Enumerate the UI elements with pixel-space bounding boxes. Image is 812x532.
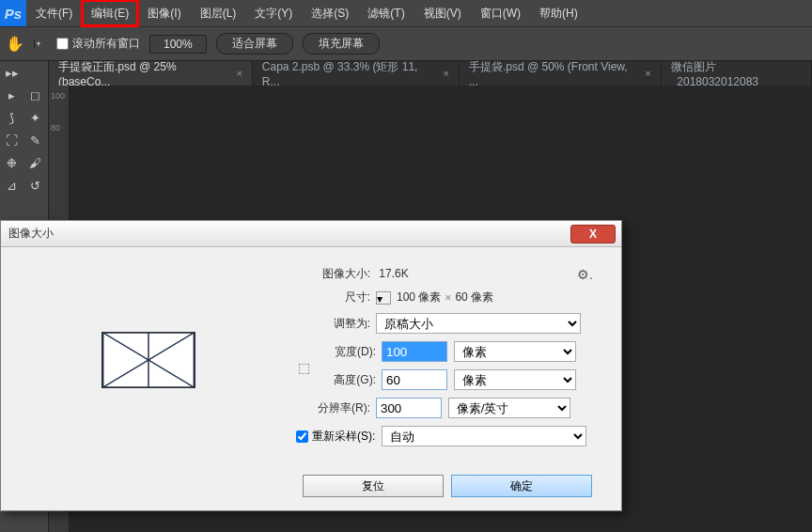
- heal-tool[interactable]: ❉: [0, 151, 23, 174]
- ok-button[interactable]: 确定: [451, 475, 592, 497]
- dim-width: 100 像素: [397, 289, 441, 305]
- adjust-select[interactable]: 原稿大小: [376, 313, 581, 334]
- tab-label: 手提袋正面.psd @ 25% (baseCo...: [58, 59, 228, 88]
- dialog-title: 图像大小: [8, 226, 54, 242]
- dim-height: 60 像素: [455, 289, 493, 305]
- fill-screen-button[interactable]: 填充屏幕: [303, 33, 380, 55]
- height-unit-select[interactable]: 像素: [454, 369, 576, 390]
- tab-label: 微信图片_2018032012083: [671, 59, 802, 88]
- reset-button[interactable]: 复位: [303, 475, 444, 497]
- dialog-form: 图像大小: 17.6K ⚙. 尺寸: ▾ 100 像素 × 60 像素 调整为:…: [296, 266, 610, 454]
- menu-file[interactable]: 文件(F): [26, 0, 82, 26]
- menu-select[interactable]: 选择(S): [302, 0, 358, 26]
- tab-2[interactable]: 手提袋.psd @ 50% (Front View, ...×: [460, 61, 662, 86]
- height-input[interactable]: [382, 369, 447, 390]
- menu-edit[interactable]: 编辑(E): [82, 0, 138, 26]
- fit-screen-button[interactable]: 适合屏幕: [216, 33, 293, 55]
- size-value: 17.6K: [379, 267, 408, 280]
- scroll-all-label: 滚动所有窗口: [72, 36, 140, 52]
- ruler-tick: 80: [51, 123, 60, 133]
- document-tabs: 手提袋正面.psd @ 25% (baseCo...× Capa 2.psb @…: [49, 61, 812, 86]
- zoom-level[interactable]: 100%: [149, 35, 207, 54]
- adjust-label: 调整为:: [296, 316, 376, 332]
- dialog-titlebar[interactable]: 图像大小 X: [1, 221, 621, 247]
- tab-0[interactable]: 手提袋正面.psd @ 25% (baseCo...×: [49, 61, 253, 86]
- brush-tool[interactable]: 🖌: [23, 151, 47, 174]
- close-icon[interactable]: ×: [645, 68, 650, 79]
- blank-tool: [23, 61, 47, 84]
- size-label: 图像大小:: [296, 266, 376, 282]
- history-brush-tool[interactable]: ↺: [23, 174, 47, 196]
- resample-select[interactable]: 自动: [382, 426, 586, 446]
- stamp-tool[interactable]: ⊿: [0, 174, 23, 196]
- menu-window[interactable]: 窗口(W): [471, 0, 530, 26]
- gear-icon[interactable]: ⚙.: [577, 267, 593, 282]
- crop-tool[interactable]: ⛶: [0, 129, 23, 151]
- menu-view[interactable]: 视图(V): [414, 0, 471, 26]
- close-icon[interactable]: ×: [236, 68, 242, 79]
- dim-label: 尺寸:: [296, 289, 376, 305]
- close-button[interactable]: X: [570, 225, 616, 243]
- menubar: Ps 文件(F) 编辑(E) 图像(I) 图层(L) 文字(Y) 选择(S) 滤…: [0, 0, 812, 27]
- res-input[interactable]: [376, 398, 442, 418]
- dialog-body: 图像大小: 17.6K ⚙. 尺寸: ▾ 100 像素 × 60 像素 调整为:…: [1, 247, 621, 465]
- res-label: 分辨率(R):: [296, 400, 376, 416]
- width-unit-select[interactable]: 像素: [454, 341, 576, 362]
- resample-label: 重新采样(S):: [312, 429, 375, 445]
- menu-filter[interactable]: 滤镜(T): [358, 0, 414, 26]
- menu-help[interactable]: 帮助(H): [530, 0, 587, 26]
- lasso-tool[interactable]: ⟆: [0, 106, 23, 129]
- move-tool[interactable]: ▸: [0, 84, 23, 106]
- menu-type[interactable]: 文字(Y): [245, 0, 302, 26]
- scroll-all-check-input[interactable]: [56, 38, 69, 50]
- res-unit-select[interactable]: 像素/英寸: [448, 398, 570, 418]
- link-icon[interactable]: ⬚: [296, 360, 311, 375]
- wand-tool[interactable]: ✦: [23, 106, 47, 129]
- dialog-buttons: 复位 确定: [273, 465, 621, 510]
- preview-thumbnail: [102, 332, 195, 388]
- ruler-tick: 100: [51, 91, 65, 101]
- tab-1[interactable]: Capa 2.psb @ 33.3% (矩形 11, R...×: [253, 61, 460, 86]
- tab-3[interactable]: 微信图片_2018032012083: [662, 61, 812, 86]
- width-input[interactable]: [382, 341, 447, 362]
- height-label: 高度(G):: [317, 372, 382, 388]
- marquee-tool[interactable]: ◻: [23, 84, 47, 106]
- menu-layer[interactable]: 图层(L): [191, 0, 246, 26]
- menu-image[interactable]: 图像(I): [138, 0, 190, 26]
- width-label: 宽度(D):: [317, 344, 382, 360]
- collapse-icon[interactable]: ▸▸: [0, 61, 23, 84]
- image-size-dialog: 图像大小 X 图像大小: 17.6K ⚙. 尺寸: [0, 220, 622, 511]
- eyedropper-tool[interactable]: ✎: [23, 129, 47, 151]
- hand-tool-icon: ✋: [6, 34, 24, 55]
- close-icon[interactable]: ×: [444, 68, 449, 79]
- tab-label: 手提袋.psd @ 50% (Front View, ...: [469, 59, 637, 88]
- tool-preset-dropdown[interactable]: ▾: [34, 39, 47, 49]
- dim-cross-icon: ×: [445, 291, 451, 305]
- resample-checkbox[interactable]: [296, 430, 308, 443]
- scroll-all-checkbox[interactable]: 滚动所有窗口: [56, 36, 140, 52]
- dialog-preview: [12, 266, 285, 454]
- tab-label: Capa 2.psb @ 33.3% (矩形 11, R...: [262, 59, 436, 88]
- dim-dropdown-icon[interactable]: ▾: [376, 291, 391, 305]
- app-logo: Ps: [0, 0, 26, 26]
- options-bar: ✋ ▾ 滚动所有窗口 100% 适合屏幕 填充屏幕: [0, 27, 812, 61]
